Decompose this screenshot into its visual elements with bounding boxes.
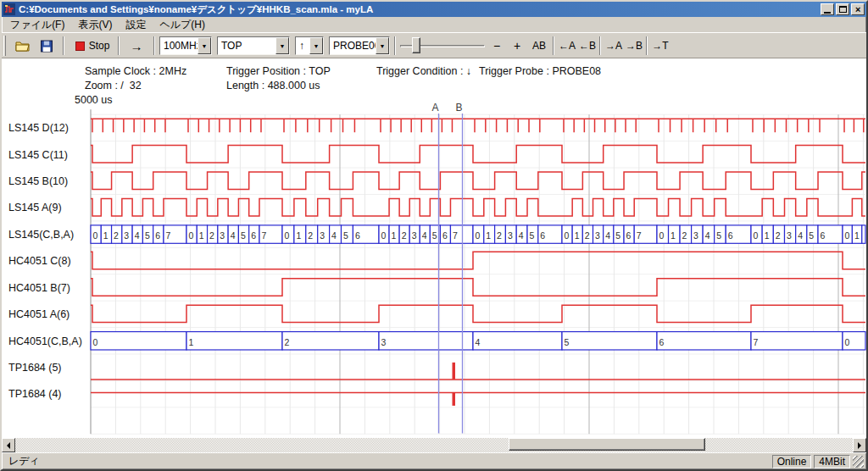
move-a-right-button[interactable]: →A <box>604 36 624 56</box>
resize-grip[interactable] <box>853 456 864 468</box>
svg-text:0: 0 <box>93 337 98 347</box>
cursor-a[interactable]: A <box>431 102 438 434</box>
close-button[interactable]: × <box>851 3 865 15</box>
svg-text:4: 4 <box>605 230 610 241</box>
svg-text:2: 2 <box>585 230 590 241</box>
svg-text:0: 0 <box>189 230 194 241</box>
sample-clock-value: 100MHz <box>160 37 198 54</box>
close-icon: × <box>855 5 860 14</box>
menu-view[interactable]: 表示(V) <box>71 17 119 33</box>
move-b-left-button[interactable]: ←B <box>577 36 598 56</box>
ab-label: AB <box>532 40 546 52</box>
toolbar-grip[interactable] <box>3 36 6 56</box>
chevron-down-icon[interactable]: ▼ <box>309 37 323 54</box>
maximize-button[interactable] <box>836 3 849 15</box>
waveform-ls145-d-12 <box>91 119 865 132</box>
statusbar: レディ Online 4MBit <box>2 452 866 469</box>
svg-text:4: 4 <box>135 230 140 241</box>
trigger-position-combo[interactable]: TOP ▼ <box>217 36 290 55</box>
svg-text:6: 6 <box>728 230 733 241</box>
menubar: ファイル(F) 表示(V) 設定 ヘルプ(H) <box>2 17 866 32</box>
svg-text:0: 0 <box>565 230 570 241</box>
waveform-ls145-c-11 <box>91 146 865 163</box>
chevron-down-icon[interactable]: ▼ <box>275 37 289 54</box>
arrow-trigger-icon: →T <box>652 40 668 52</box>
stop-label: Stop <box>89 40 110 52</box>
svg-text:7: 7 <box>754 337 759 347</box>
toolbar-separator <box>153 36 155 55</box>
scroll-left-button[interactable] <box>2 438 15 452</box>
svg-text:3: 3 <box>787 230 792 241</box>
run-button[interactable]: → <box>123 36 150 56</box>
zoom-slider-handle[interactable] <box>412 37 420 53</box>
svg-text:1: 1 <box>296 230 301 241</box>
move-b-right-button[interactable]: →B <box>624 36 644 56</box>
svg-text:1: 1 <box>392 230 397 241</box>
svg-text:0: 0 <box>845 337 850 347</box>
open-file-button[interactable] <box>12 36 34 56</box>
toolbar: Stop → 100MHz ▼ TOP ▼ ↑ ▼ PROBE00 ▼ − + … <box>2 32 866 58</box>
move-a-left-button[interactable]: ←A <box>557 36 577 56</box>
toolbar-separator <box>118 36 120 55</box>
window-controls: × <box>821 3 865 15</box>
svg-text:0: 0 <box>381 230 387 241</box>
run-arrow-icon: → <box>131 39 143 53</box>
sample-clock-combo[interactable]: 100MHz ▼ <box>159 36 212 55</box>
toolbar-separator <box>646 36 648 55</box>
svg-text:3: 3 <box>595 230 600 241</box>
svg-text:1: 1 <box>199 230 204 241</box>
arrow-right-b-icon: →B <box>626 40 643 52</box>
svg-text:1: 1 <box>575 230 580 241</box>
arrow-left-a-icon: ←A <box>559 40 576 52</box>
svg-text:5: 5 <box>343 230 348 241</box>
chevron-down-icon[interactable]: ▼ <box>376 37 389 54</box>
svg-text:5: 5 <box>716 230 721 241</box>
zoom-out-button[interactable]: − <box>487 36 507 56</box>
trigger-edge-combo[interactable]: ↑ ▼ <box>295 36 324 55</box>
save-file-button[interactable] <box>36 36 58 56</box>
minimize-button[interactable] <box>821 3 834 15</box>
status-ready-text: レディ <box>4 454 770 468</box>
horizontal-scrollbar <box>2 438 866 452</box>
menu-help[interactable]: ヘルプ(H) <box>153 17 212 33</box>
svg-text:2: 2 <box>402 230 407 241</box>
scrollbar-track[interactable] <box>15 438 853 452</box>
trigger-probe-value: PROBE00 <box>330 37 376 54</box>
goto-trigger-button[interactable]: →T <box>650 36 670 56</box>
svg-text:0: 0 <box>845 230 850 241</box>
waveform-hc4051-c-8 <box>91 252 865 269</box>
chevron-down-icon[interactable]: ▼ <box>198 37 211 54</box>
svg-text:1: 1 <box>854 230 860 241</box>
waveform-tp1684-4 <box>91 392 865 406</box>
svg-text:5: 5 <box>145 230 150 241</box>
zoom-in-button[interactable]: + <box>507 36 527 56</box>
titlebar[interactable]: C:¥Documents and Settings¥noname¥デスクトップ¥… <box>2 2 866 17</box>
svg-text:3: 3 <box>124 230 129 241</box>
status-memory-badge: 4MBit <box>814 455 850 468</box>
menu-settings[interactable]: 設定 <box>119 17 153 33</box>
scrollbar-thumb[interactable] <box>509 438 705 451</box>
trigger-edge-value: ↑ <box>296 37 309 54</box>
app-window: C:¥Documents and Settings¥noname¥デスクトップ¥… <box>0 0 868 471</box>
zoom-ab-button[interactable]: AB <box>527 36 551 56</box>
svg-text:0: 0 <box>659 230 665 241</box>
waveform-hc4051-b-7 <box>91 279 865 296</box>
zoom-slider[interactable] <box>400 36 485 56</box>
svg-text:7: 7 <box>637 230 642 241</box>
cursor-b[interactable]: B <box>455 102 462 434</box>
svg-text:0: 0 <box>93 230 98 241</box>
svg-text:2: 2 <box>497 230 502 241</box>
svg-text:0: 0 <box>285 230 290 241</box>
waveform-client-area: Sample Clock : 2MHz Trigger Position : T… <box>2 58 866 438</box>
scroll-right-button[interactable] <box>853 438 866 452</box>
toolbar-separator <box>553 36 554 55</box>
svg-text:5: 5 <box>809 230 814 241</box>
save-floppy-icon <box>40 40 53 53</box>
menu-file[interactable]: ファイル(F) <box>3 17 71 33</box>
waveform-plot: 0123456701234567012345601234567012345601… <box>2 58 866 438</box>
svg-text:3: 3 <box>693 230 698 241</box>
svg-text:5: 5 <box>615 230 620 241</box>
svg-text:0: 0 <box>754 230 759 241</box>
trigger-probe-combo[interactable]: PROBE00 ▼ <box>329 36 390 55</box>
stop-button[interactable]: Stop <box>70 36 115 56</box>
